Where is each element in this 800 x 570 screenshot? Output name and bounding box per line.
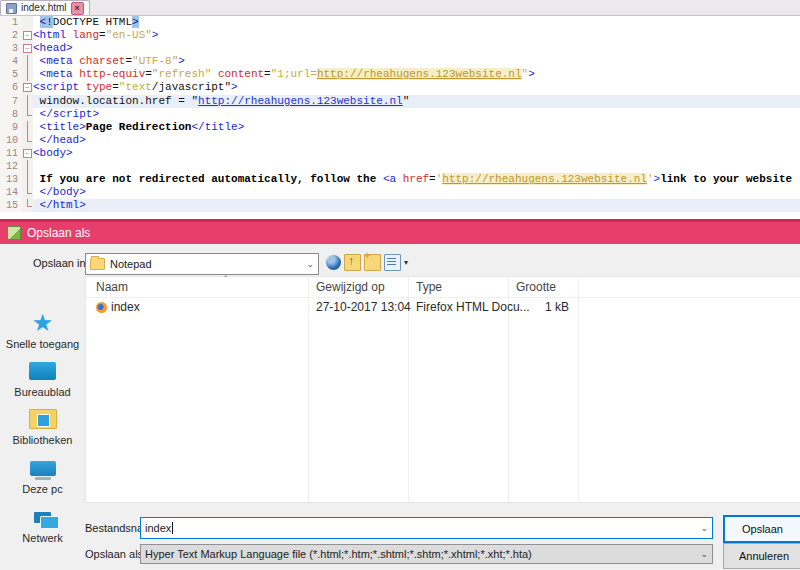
save-button[interactable]: Opslaan — [723, 515, 800, 543]
sidebar-item-deze-pc[interactable]: Deze pc — [0, 455, 85, 495]
firefox-icon — [96, 302, 107, 313]
code-text: <meta charset="UTF-8"> — [33, 55, 800, 68]
code-line[interactable]: 8 </script> — [0, 108, 800, 121]
code-text: <meta http-equiv="refresh" content="1;ur… — [33, 68, 800, 81]
code-text: <title>Page Redirection</title> — [33, 121, 800, 134]
code-line[interactable]: 10 </head> — [0, 134, 800, 147]
code-text: <body> — [33, 147, 800, 160]
view-menu-icon[interactable] — [384, 254, 401, 271]
chevron-down-icon: ⌄ — [306, 259, 318, 269]
fold-margin — [22, 199, 33, 212]
code-text: </head> — [33, 134, 800, 147]
code-line[interactable]: 12 — [0, 160, 800, 173]
dialog-body: Opslaan in: Notepad ⌄ ▾ ★Snelle toegangB… — [0, 244, 800, 570]
desktop-icon — [0, 358, 85, 384]
filename-value: index — [145, 522, 171, 534]
fold-margin — [22, 121, 33, 134]
code-line[interactable]: 9 <title>Page Redirection</title> — [0, 121, 800, 134]
column-header-grootte[interactable]: Grootte — [516, 280, 556, 294]
chevron-down-icon: ⌄ — [700, 523, 712, 533]
fold-margin — [22, 16, 33, 29]
code-line[interactable]: 5 <meta http-equiv="refresh" content="1;… — [0, 68, 800, 81]
code-line[interactable]: 2<html lang="en-US"> — [0, 29, 800, 42]
code-line[interactable]: 7 window.location.href = "http://rheahug… — [0, 95, 800, 108]
pc-icon — [0, 455, 85, 481]
code-line[interactable]: 6<script type="text/javascript"> — [0, 81, 800, 94]
text-caret — [172, 522, 173, 534]
line-number: 14 — [0, 186, 22, 199]
fold-margin — [22, 68, 33, 81]
column-header-gewijzigd-op[interactable]: Gewijzigd op — [316, 280, 385, 294]
filename-input[interactable]: index ⌄ — [140, 517, 713, 539]
column-header-naam[interactable]: Naam — [96, 280, 128, 294]
file-list[interactable]: ˆ NaamGewijzigd opTypeGrootte index27-10… — [85, 276, 800, 503]
fold-collapse-icon[interactable] — [22, 29, 33, 42]
up-one-level-icon[interactable] — [344, 254, 361, 271]
file-modified: 27-10-2017 13:04 — [316, 300, 411, 314]
fold-margin — [22, 186, 33, 199]
cancel-button-label: Annuleren — [739, 550, 789, 562]
tab-index-html[interactable]: index.html × — [0, 0, 90, 15]
network-icon — [0, 504, 85, 530]
fold-margin — [22, 134, 33, 147]
line-number: 6 — [0, 81, 22, 94]
save-as-icon — [7, 226, 21, 240]
save-in-combobox[interactable]: Notepad ⌄ — [85, 253, 319, 275]
save-button-label: Opslaan — [742, 523, 783, 535]
cancel-button[interactable]: Annuleren — [723, 543, 800, 569]
code-line[interactable]: 4 <meta charset="UTF-8"> — [0, 55, 800, 68]
dialog-title: Opslaan als — [27, 226, 90, 240]
sidebar-item-snelle-toegang[interactable]: ★Snelle toegang — [0, 310, 85, 350]
code-line[interactable]: 11<body> — [0, 147, 800, 160]
filetype-select[interactable]: Hyper Text Markup Language file (*.html;… — [140, 544, 713, 564]
dialog-titlebar[interactable]: Opslaan als — [0, 222, 800, 244]
line-number: 1 — [0, 16, 22, 29]
fold-collapse-icon[interactable] — [22, 147, 33, 160]
code-text — [33, 160, 800, 173]
column-header-type[interactable]: Type — [416, 280, 442, 294]
tab-close-icon[interactable]: × — [71, 2, 84, 15]
sidebar-item-label: Deze pc — [0, 483, 85, 495]
fold-collapse-icon[interactable] — [22, 81, 33, 94]
file-row[interactable]: index27-10-2017 13:04Firefox HTML Docu..… — [86, 299, 800, 317]
sidebar-item-label: Bibliotheken — [0, 434, 85, 446]
libraries-icon — [0, 406, 85, 432]
line-number: 11 — [0, 147, 22, 160]
save-in-label: Opslaan in: — [33, 257, 89, 269]
tab-title: index.html — [21, 2, 67, 14]
code-text: </script> — [33, 108, 800, 121]
chevron-down-icon[interactable]: ▾ — [404, 258, 408, 267]
sidebar-item-label: Bureaublad — [0, 386, 85, 398]
code-line[interactable]: 13 If you are not redirected automatical… — [0, 173, 800, 186]
last-folder-visited-icon[interactable] — [326, 255, 341, 270]
line-number: 5 — [0, 68, 22, 81]
save-as-dialog: Opslaan als Opslaan in: Notepad ⌄ ▾ ★Sne… — [0, 219, 800, 570]
code-area[interactable]: 1 <!DOCTYPE HTML>2<html lang="en-US">3<h… — [0, 16, 800, 219]
code-text: If you are not redirected automatically,… — [33, 173, 800, 186]
code-line[interactable]: 3<head> — [0, 42, 800, 55]
code-text: <head> — [33, 42, 800, 55]
sidebar-item-bureaublad[interactable]: Bureaublad — [0, 358, 85, 398]
sidebar-item-netwerk[interactable]: Netwerk — [0, 504, 85, 544]
fold-margin — [22, 95, 33, 108]
sidebar-item-label: Netwerk — [0, 532, 85, 544]
code-text: </html> — [33, 199, 800, 212]
list-header: ˆ NaamGewijzigd opTypeGrootte — [86, 277, 800, 298]
code-text: <html lang="en-US"> — [33, 29, 800, 42]
notepadpp-editor[interactable]: index.html × 1 <!DOCTYPE HTML>2<html lan… — [0, 0, 800, 219]
sidebar-item-bibliotheken[interactable]: Bibliotheken — [0, 406, 85, 446]
code-line[interactable]: 15 </html> — [0, 199, 800, 212]
line-number: 2 — [0, 29, 22, 42]
fold-margin — [22, 55, 33, 68]
star-icon: ★ — [0, 310, 85, 336]
file-type: Firefox HTML Docu... — [416, 300, 530, 314]
code-line[interactable]: 1 <!DOCTYPE HTML> — [0, 16, 800, 29]
code-line[interactable]: 14 </body> — [0, 186, 800, 199]
filetype-value: Hyper Text Markup Language file (*.html;… — [145, 548, 532, 560]
fold-collapse-icon[interactable] — [22, 42, 33, 55]
sidebar-item-label: Snelle toegang — [0, 338, 85, 350]
fold-margin — [22, 108, 33, 121]
create-new-folder-icon[interactable] — [364, 254, 381, 271]
line-number: 10 — [0, 134, 22, 147]
line-number: 4 — [0, 55, 22, 68]
